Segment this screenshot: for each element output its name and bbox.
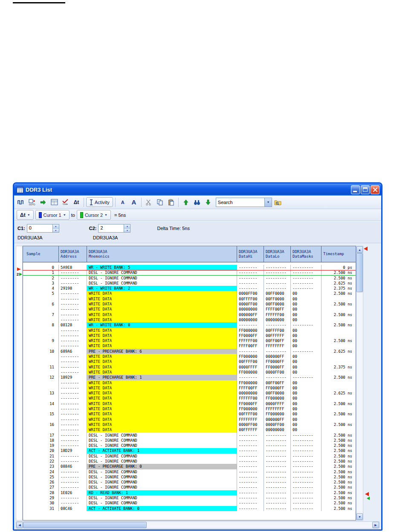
scroll-down-icon[interactable]: ▼ xyxy=(356,513,363,520)
table-row[interactable]: 10689A6PRE - PRECHARGE BANK: 6----------… xyxy=(23,349,356,354)
table-row[interactable]: --------WRITE DATA00000000FFFF00FF00 xyxy=(23,307,356,312)
minimize-button[interactable] xyxy=(351,185,360,194)
font-increase-button[interactable]: A xyxy=(129,197,139,207)
goto-button[interactable]: GOTO xyxy=(27,197,37,207)
table-row[interactable]: 27--------DESL - IGNORE COMMAND---------… xyxy=(23,485,356,490)
c1-spin-up-icon[interactable]: ▲ xyxy=(53,224,59,229)
table-row[interactable]: --------WRITE DATA000000000000000000 xyxy=(23,317,356,322)
activity-button[interactable]: Activity xyxy=(86,197,113,207)
vertical-scroll-thumb[interactable] xyxy=(356,253,363,292)
table-row[interactable]: 18--------DESL - IGNORE COMMAND---------… xyxy=(23,438,356,443)
c2-spin-up-icon[interactable]: ▲ xyxy=(124,224,130,229)
scroll-left-icon[interactable]: ◀ xyxy=(16,522,23,528)
table-row[interactable]: --------WRITE DATA00FFFF00FF0000FF00 xyxy=(23,359,356,364)
table-row[interactable]: 29--------DESL - IGNORE COMMAND---------… xyxy=(23,495,356,500)
table-row[interactable]: 5--------WRITE DATA0000FF0000FF0000002.5… xyxy=(23,291,356,296)
table-row[interactable]: --------WRITE DATAFF00000000FFFF0000 xyxy=(23,328,356,333)
horizontal-scrollbar[interactable]: ◀ ▶ xyxy=(16,521,380,529)
properties-button[interactable] xyxy=(49,197,59,207)
scroll-up-icon[interactable]: ▲ xyxy=(356,246,363,253)
table-row[interactable]: 13--------WRITE DATA0000000000FF0000002.… xyxy=(23,391,356,396)
cursor2-line[interactable] xyxy=(23,275,356,276)
table-row[interactable]: --------WRITE DATAFF00000000FF00FF00 xyxy=(23,380,356,385)
search-dropdown-button[interactable]: ▼ xyxy=(264,198,272,207)
cursor-offscreen-green-marker[interactable] xyxy=(367,497,370,500)
font-decrease-button[interactable]: A xyxy=(118,197,128,207)
table-row[interactable]: 16--------WRITE DATA0000FF000000FF00002.… xyxy=(23,422,356,427)
close-button[interactable] xyxy=(371,185,380,194)
table-row[interactable]: 2308846PRE - PRECHARGE BANK: 0----------… xyxy=(23,464,356,469)
table-row[interactable]: --------WRITE DATAFF000000FFFFFFFF00 xyxy=(23,406,356,411)
cursor-gutter[interactable]: 2 xyxy=(16,246,23,520)
c1-spinbox[interactable]: 0 ▲ ▼ xyxy=(27,224,59,233)
search-input[interactable] xyxy=(216,198,264,207)
vertical-scrollbar[interactable]: ▲ ▼ xyxy=(356,246,363,520)
cursor1-marker[interactable] xyxy=(17,267,21,271)
table-row[interactable]: --------WRITE DATAFF000000000000FF00 xyxy=(23,354,356,359)
cursor-offscreen-red-marker[interactable] xyxy=(365,492,369,496)
table-row[interactable]: 14--------WRITE DATAFF0000FF0000FFFF002.… xyxy=(23,401,356,406)
title-bar[interactable]: DDR3 List xyxy=(14,184,381,196)
table-row[interactable]: 3108C46ACT - ACTIVATE BANK: 0-----------… xyxy=(23,506,356,511)
scroll-right-icon[interactable]: ▶ xyxy=(372,522,379,528)
c2-spin-down-icon[interactable]: ▼ xyxy=(124,229,130,233)
table-row[interactable]: --------WRITE DATAFFFFFFFF000000FF00 xyxy=(23,417,356,422)
table-row[interactable]: 2--------DESL - IGNORE COMMAND----------… xyxy=(23,276,356,281)
mark-button[interactable] xyxy=(38,197,48,207)
delta-t-dropdown[interactable]: Δt ▼ xyxy=(17,210,34,220)
table-row[interactable]: 9--------WRITE DATAFFFFFF0000FF00FF002.5… xyxy=(23,338,356,343)
table-row[interactable]: 808128WR - WRITE BANK: 0----------------… xyxy=(23,322,356,328)
column-header-datamasks[interactable]: DDR3UA3ADataMasks xyxy=(291,246,322,262)
cursor2-dropdown[interactable]: Cursor 2 ▼ xyxy=(77,210,111,220)
copy-button[interactable] xyxy=(155,197,165,207)
cut-button[interactable] xyxy=(144,197,154,207)
column-header-datalo[interactable]: DDR3UA3ADataLo xyxy=(264,246,291,262)
table-row[interactable]: --------WRITE DATAFFFF00FFFF0000FF00 xyxy=(23,385,356,391)
cursor1-dropdown[interactable]: Cursor 1 ▼ xyxy=(35,210,70,220)
cursor1-margin-flag[interactable] xyxy=(364,247,368,251)
horizontal-scroll-thumb[interactable] xyxy=(23,522,147,528)
column-header-datahi[interactable]: DDR3UA3ADataHi xyxy=(237,246,264,262)
table-row[interactable]: 30--------DESL - IGNORE COMMAND---------… xyxy=(23,500,356,506)
table-row[interactable]: 26--------DESL - IGNORE COMMAND---------… xyxy=(23,480,356,485)
paste-button[interactable] xyxy=(166,197,176,207)
table-row[interactable]: 6--------WRITE DATA0000FF0000FF0000002.5… xyxy=(23,302,356,307)
column-header-address[interactable]: DDR3UA3AAddress xyxy=(59,246,87,262)
table-row[interactable]: 281E026RD - READ BANK: 1----------------… xyxy=(23,490,356,495)
vertical-scroll-track[interactable] xyxy=(356,253,363,513)
horizontal-scroll-track[interactable] xyxy=(23,522,372,528)
c2-spinbox[interactable]: 2 ▲ ▼ xyxy=(98,224,130,233)
column-header-timestamp[interactable]: Timestamp xyxy=(322,246,356,262)
cursor2-marker[interactable]: 2 xyxy=(17,272,22,276)
c1-spin-down-icon[interactable]: ▼ xyxy=(53,229,59,233)
maximize-button[interactable] xyxy=(361,185,370,194)
table-row[interactable]: 3--------DESL - IGNORE COMMAND----------… xyxy=(23,281,356,286)
column-header-sample[interactable]: Sample xyxy=(23,246,59,262)
table-row[interactable]: --------WRITE DATA00FFFFFF0000000000 xyxy=(23,427,356,432)
column-header-mnemonics[interactable]: DDR3UA3AMnemonics xyxy=(87,246,237,262)
table-row[interactable]: 19--------DESL - IGNORE COMMAND---------… xyxy=(23,443,356,448)
c2-value[interactable]: 2 xyxy=(98,224,124,232)
cursor1-line[interactable] xyxy=(23,270,356,270)
code-button[interactable]: Code xyxy=(60,197,70,207)
table-row[interactable]: 05A9E8WR - WRITE BANK: 5----------------… xyxy=(23,265,356,270)
table-row[interactable]: 1218929PRE - PRECHARGE BANK: 1----------… xyxy=(23,375,356,380)
search-up-button[interactable] xyxy=(181,197,191,207)
table-row[interactable]: 21--------DESL - IGNORE COMMAND---------… xyxy=(23,454,356,459)
c1-value[interactable]: 0 xyxy=(27,224,52,232)
table-row[interactable]: 15--------WRITE DATA00FFFF00FF000000002.… xyxy=(23,411,356,417)
table-row[interactable]: 24--------DESL - IGNORE COMMAND---------… xyxy=(23,469,356,474)
find-button[interactable] xyxy=(192,197,202,207)
table-row[interactable]: --------WRITE DATAFFFF00FFFFFFFFFF00 xyxy=(23,343,356,348)
timing-columns-button[interactable] xyxy=(16,197,26,207)
search-options-button[interactable] xyxy=(273,197,283,207)
table-row[interactable]: 1--------DESL - IGNORE COMMAND----------… xyxy=(23,270,356,275)
table-row[interactable]: --------WRITE DATAFF0000000000FF0000 xyxy=(23,370,356,375)
table-row[interactable]: --------WRITE DATAFFFFFF00FF00000000 xyxy=(23,396,356,401)
table-row[interactable]: 22--------DESL - IGNORE COMMAND---------… xyxy=(23,459,356,464)
table-row[interactable]: 429198WR - WRITE BANK: 2----------------… xyxy=(23,286,356,291)
table-row[interactable]: 25--------DESL - IGNORE COMMAND---------… xyxy=(23,474,356,480)
search-down-button[interactable] xyxy=(203,197,213,207)
table-row[interactable]: 11--------WRITE DATA0000FFFFFF0000FF002.… xyxy=(23,365,356,370)
table-row[interactable]: 2018D29ACT - ACTIVATE BANK: 1-----------… xyxy=(23,448,356,453)
